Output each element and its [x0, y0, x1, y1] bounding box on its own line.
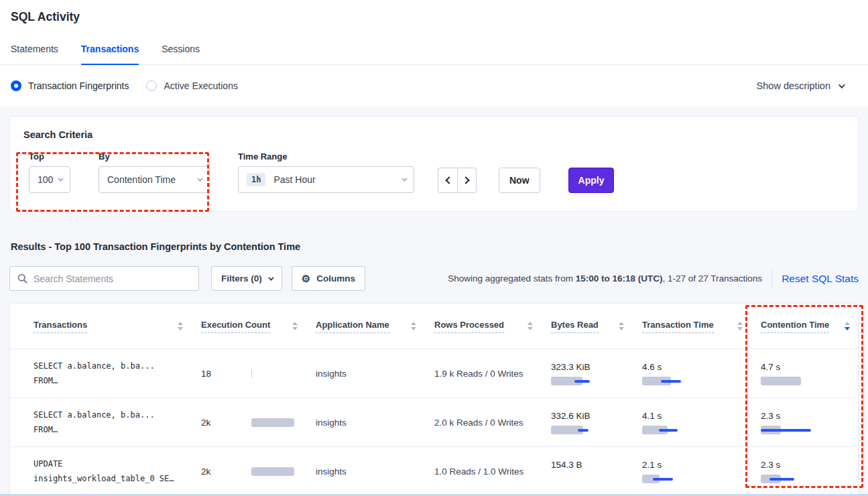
search-criteria-controls: Top 100 By Contention Time Time Range 1h…: [21, 151, 845, 193]
sort-icon[interactable]: [528, 322, 533, 330]
top-control: Top 100: [29, 151, 70, 193]
time-step-buttons: [438, 168, 477, 193]
sort-icon[interactable]: [411, 322, 416, 330]
sort-icon[interactable]: [737, 322, 743, 330]
transaction-time-cell: 2.1 s: [632, 460, 751, 483]
columns-label: Columns: [316, 273, 355, 284]
transaction-time-bar: [642, 377, 685, 385]
transaction-time-bar: [642, 426, 685, 434]
search-statements-box[interactable]: [9, 266, 199, 291]
bytes-read-cell: 154.3 B: [541, 460, 632, 483]
transaction-query-link[interactable]: SELECT a.balance, b.ba... FROM…: [10, 359, 191, 388]
execution-count-cell: 2k: [191, 418, 306, 428]
radio-label: Active Executions: [164, 80, 238, 91]
top-select-value: 100: [38, 174, 53, 185]
contention-time-bar: [761, 377, 804, 385]
table-row: SELECT a.balance, b.ba... FROM… 2k insig…: [10, 398, 858, 447]
sort-icon[interactable]: [619, 322, 624, 330]
table-header-row: Transactions Execution Count Application…: [10, 304, 858, 349]
filters-label: Filters (0): [221, 273, 262, 284]
by-select[interactable]: Contention Time: [99, 166, 210, 193]
radio-selected-icon[interactable]: [11, 80, 21, 91]
contention-time-cell: 2.3 s: [751, 411, 858, 434]
chevron-down-icon: [268, 275, 273, 280]
time-range-badge: 1h: [247, 173, 265, 186]
page-header: SQL Activity Statements Transactions Ses…: [0, 0, 868, 65]
application-name-cell: insights: [306, 369, 424, 379]
bytes-read-bar: [551, 475, 594, 483]
table-row: SELECT a.balance, b.ba... FROM… 18 insig…: [10, 349, 858, 398]
top-label: Top: [29, 151, 70, 162]
sql-activity-page: SQL Activity Statements Transactions Ses…: [0, 0, 868, 496]
divider: [771, 268, 772, 289]
search-icon: [17, 273, 27, 284]
filters-button[interactable]: Filters (0): [211, 266, 282, 291]
search-criteria-heading: Search Criteria: [21, 129, 845, 140]
column-header-rows-processed: Rows Processed: [424, 320, 541, 333]
sort-icon[interactable]: [178, 322, 183, 330]
contention-time-cell: 2.3 s: [751, 460, 858, 483]
chevron-down-icon: [197, 176, 202, 181]
columns-button[interactable]: ⚙ Columns: [292, 266, 365, 291]
transaction-query-link[interactable]: SELECT a.balance, b.ba... FROM…: [10, 408, 191, 437]
column-header-bytes-read: Bytes Read: [541, 320, 632, 333]
bytes-read-bar: [551, 426, 594, 434]
by-label: By: [99, 151, 210, 162]
reset-sql-stats-link[interactable]: Reset SQL Stats: [782, 273, 859, 285]
sort-icon[interactable]: [292, 322, 298, 330]
transaction-time-cell: 4.1 s: [632, 411, 751, 434]
rows-processed-cell: 1.0 Reads / 1.0 Writes: [424, 467, 541, 477]
radio-transaction-fingerprints[interactable]: Transaction Fingerprints: [11, 80, 129, 91]
now-button[interactable]: Now: [499, 168, 540, 193]
results-heading: Results - Top 100 Transaction Fingerprin…: [11, 241, 857, 252]
time-range-control: Time Range 1h Past Hour: [238, 151, 414, 193]
column-header-transaction-time: Transaction Time: [632, 320, 751, 333]
chevron-down-icon: [401, 176, 407, 181]
previous-time-button[interactable]: [438, 168, 457, 193]
gear-icon: ⚙: [302, 273, 310, 284]
radio-active-executions[interactable]: Active Executions: [146, 80, 238, 91]
chevron-down-icon: [839, 82, 845, 88]
tab-statements[interactable]: Statements: [11, 44, 58, 64]
bytes-read-cell: 323.3 KiB: [541, 362, 632, 385]
execution-count-cell: 18: [191, 369, 306, 379]
tab-transactions[interactable]: Transactions: [81, 44, 139, 65]
show-description-label: Show description: [757, 80, 830, 91]
by-select-value: Contention Time: [107, 174, 176, 185]
time-range-label: Time Range: [238, 151, 414, 162]
column-header-execution-count: Execution Count: [191, 320, 306, 333]
time-range-value: Past Hour: [273, 174, 315, 185]
show-description-toggle[interactable]: Show description: [757, 80, 843, 91]
tab-sessions[interactable]: Sessions: [162, 44, 200, 64]
results-toolbar: Filters (0) ⚙ Columns Showing aggregated…: [9, 266, 859, 291]
transactions-table: Transactions Execution Count Application…: [9, 303, 859, 494]
sort-icon-active-desc[interactable]: [845, 322, 850, 330]
execution-count-bar: [251, 418, 294, 427]
aggregated-stats-text: Showing aggregated stats from 15:00 to 1…: [448, 273, 762, 284]
contention-time-bar: [761, 475, 804, 483]
contention-time-bar: [761, 426, 804, 434]
bytes-read-bar: [551, 377, 594, 385]
contention-time-cell: 4.7 s: [751, 362, 858, 385]
transaction-query-link[interactable]: UPDATE insights_workload_table_0 SE…: [10, 456, 191, 486]
next-time-button[interactable]: [457, 168, 477, 193]
tab-bar: Statements Transactions Sessions: [0, 44, 868, 65]
transaction-time-cell: 4.6 s: [632, 362, 751, 385]
chevron-right-icon: [462, 176, 469, 184]
search-statements-input[interactable]: [34, 273, 191, 284]
bytes-read-cell: 332.6 KiB: [541, 411, 632, 434]
execution-count-bar: [251, 467, 294, 476]
rows-processed-cell: 1.9 k Reads / 0 Writes: [424, 369, 541, 379]
application-name-cell: insights: [306, 467, 424, 477]
apply-button[interactable]: Apply: [568, 168, 615, 193]
top-select[interactable]: 100: [29, 166, 70, 193]
time-range-select[interactable]: 1h Past Hour: [238, 166, 414, 193]
page-title: SQL Activity: [0, 0, 868, 24]
chevron-down-icon: [58, 176, 63, 181]
column-header-transactions: Transactions: [10, 320, 191, 333]
rows-processed-cell: 2.0 k Reads / 0 Writes: [424, 418, 541, 428]
radio-unselected-icon[interactable]: [146, 80, 157, 91]
stats-time-range: 15:00 to 16:18 (UTC): [576, 273, 663, 284]
view-toggle-row: Transaction Fingerprints Active Executio…: [0, 65, 868, 107]
execution-count-bar: [251, 369, 294, 378]
